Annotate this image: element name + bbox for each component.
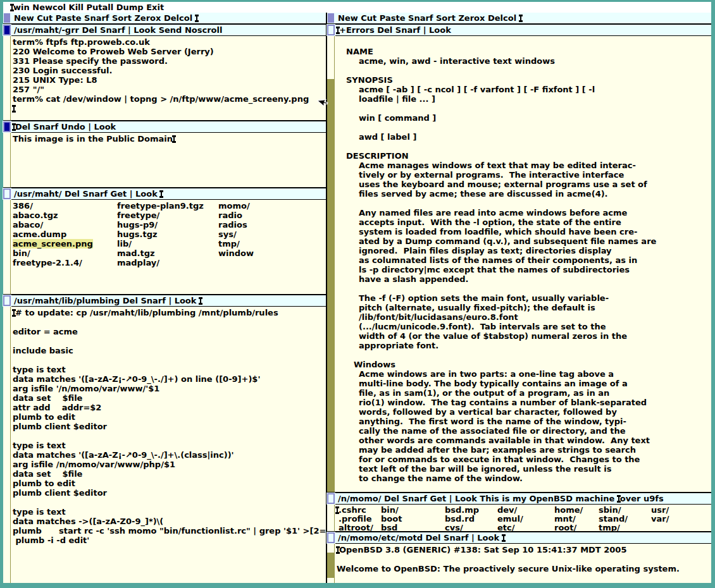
file-entry[interactable]: window <box>218 248 254 258</box>
text-line[interactable] <box>13 104 326 113</box>
text-line[interactable]: 230 Login successful. <box>13 66 326 75</box>
file-entry[interactable]: abaco/ <box>13 220 43 230</box>
file-entry[interactable]: tmp/ <box>218 239 240 248</box>
text-line[interactable] <box>337 350 711 360</box>
file-entry[interactable]: freetype-2.1.4/ <box>13 258 82 267</box>
file-entry[interactable]: freetype/ <box>117 211 159 220</box>
text-line[interactable]: editor = acme <box>13 327 326 336</box>
file-entry[interactable]: mnt/ <box>554 515 576 524</box>
window-scratch-tag[interactable]: Del Snarf Undo | Look <box>3 121 326 133</box>
file-entry[interactable]: stand/ <box>599 515 628 524</box>
text-line[interactable]: NAME <box>337 47 711 56</box>
text-line[interactable]: plumb to edit <box>13 479 326 488</box>
text-line[interactable]: plumb -i -d edit' <box>13 536 326 545</box>
window-momo-tag-note[interactable]: over u9fs <box>620 494 664 503</box>
text-line[interactable]: /lib/font/bit/lucidasans/euro.8.font <box>337 312 711 322</box>
text-line[interactable]: 257 "/" <box>13 85 326 94</box>
file-entry[interactable]: madplay/ <box>117 258 159 267</box>
file-entry[interactable]: 386/ <box>13 201 33 211</box>
text-line[interactable]: acme [ -ab ] [ -c ncol ] [ -f varfont ] … <box>337 85 711 94</box>
file-entry[interactable]: .cshrc <box>339 506 366 515</box>
column-header-commands[interactable]: New Cut Paste Snarf Sort Zerox Delcol <box>11 13 196 23</box>
text-line[interactable]: width of 4 (or the value of $tabstop) nu… <box>337 331 711 341</box>
text-line[interactable] <box>337 123 711 132</box>
file-entry[interactable]: acme.dump <box>13 230 66 239</box>
text-line[interactable]: 215 UNIX Type: L8 <box>13 75 326 85</box>
file-entry[interactable]: lib/ <box>117 239 132 248</box>
text-line[interactable]: ignored. Plain files display as text; di… <box>337 246 711 255</box>
text-line[interactable]: file, as in sam(1), or the output of a p… <box>337 388 711 398</box>
text-line[interactable]: to change the name of the window. <box>337 474 711 483</box>
text-line[interactable]: type is text <box>13 507 326 517</box>
file-entry[interactable]: altroot/ <box>339 524 373 531</box>
text-line[interactable]: include basic <box>13 346 326 355</box>
window-motd-tag[interactable]: /n/momo/etc/motd Del Snarf | Look <box>327 532 711 544</box>
text-line[interactable]: arg isfile '/n/momo/var/www/'$1 <box>13 384 326 393</box>
text-line[interactable]: type is text <box>13 441 326 450</box>
file-entry[interactable]: sbin/ <box>599 506 621 515</box>
text-line[interactable]: plumb client $editor <box>13 422 326 431</box>
column-right-header[interactable]: New Cut Paste Snarf Sort Zerox Delcol <box>327 13 711 23</box>
text-line[interactable]: attr add addr=$2 <box>13 403 326 412</box>
file-entry[interactable]: dev/ <box>497 506 517 515</box>
file-entry[interactable]: radio <box>218 211 242 220</box>
text-line[interactable] <box>13 336 326 346</box>
text-line[interactable]: other words are commands available in th… <box>337 436 711 445</box>
text-line[interactable]: files served by acme; these are discusse… <box>337 189 711 199</box>
column-box-icon[interactable] <box>327 13 335 23</box>
text-line[interactable]: 220 Welcome to Proweb Web Server (Jerry) <box>13 47 326 56</box>
text-line[interactable]: (.../lucm/unicode.9.font). Tab intervals… <box>337 322 711 331</box>
file-entry[interactable]: cvs/ <box>445 524 463 531</box>
file-entry[interactable]: hugs-p9/ <box>117 220 158 230</box>
text-line[interactable]: ls -p directory|mc except that the names… <box>337 265 711 274</box>
file-entry[interactable]: var/ <box>651 515 669 524</box>
text-line[interactable]: SYNOPSIS <box>337 75 711 85</box>
clean-box-icon[interactable] <box>3 295 11 306</box>
scrollbar[interactable] <box>3 133 11 187</box>
dirty-box-icon[interactable] <box>3 25 11 35</box>
window-terminal-tag[interactable]: /usr/maht/-grr Del Snarf | Look Send Nos… <box>3 25 326 36</box>
window-errors-tag[interactable]: +Errors Del Snarf | Look <box>327 25 711 36</box>
file-entry[interactable]: hugs.tgz <box>117 230 158 239</box>
text-line[interactable]: type is text <box>13 365 326 374</box>
text-line[interactable]: This image is in the Public Domain <box>13 134 326 144</box>
file-entry[interactable]: bsd.rd <box>445 515 475 524</box>
text-line[interactable]: may be added after the bar; examples are… <box>337 445 711 455</box>
file-entry[interactable]: sys/ <box>218 230 237 239</box>
text-line[interactable]: data matches '([a-zA-Z¡-↗0-9_\-./]+) on … <box>13 374 326 384</box>
text-line[interactable] <box>337 199 711 208</box>
text-line[interactable]: The -f (-F) option sets the main font, u… <box>337 293 711 303</box>
text-line[interactable]: # to update: cp /usr/maht/lib/plumbing /… <box>13 308 326 317</box>
file-entry[interactable]: bin/ <box>13 248 30 258</box>
clean-box-icon[interactable] <box>327 493 335 504</box>
file-entry[interactable]: emul/ <box>497 515 523 524</box>
clean-box-icon[interactable] <box>3 188 11 199</box>
column-left-header[interactable]: New Cut Paste Snarf Sort Zerox Delcol <box>3 13 326 23</box>
text-line[interactable]: rio(1) window. The tag contains a number… <box>337 398 711 407</box>
file-entry[interactable]: momo/ <box>218 201 250 211</box>
text-line[interactable]: DESCRIPTION <box>337 151 711 161</box>
file-entry[interactable]: acme_screen.png <box>13 239 93 248</box>
scrollbar[interactable] <box>3 200 11 294</box>
file-entry[interactable]: bsd.mp <box>445 506 479 515</box>
text-line[interactable]: words, followed by a vertical bar charac… <box>337 407 711 417</box>
text-line[interactable]: tively or by external programs. The inte… <box>337 170 711 180</box>
file-entry[interactable]: freetype-plan9.tgz <box>117 201 204 211</box>
text-line[interactable]: term% ftpfs ftp.proweb.co.uk <box>13 37 326 47</box>
text-line[interactable] <box>337 284 711 293</box>
file-entry[interactable]: tmp/ <box>599 524 620 531</box>
text-line[interactable] <box>13 355 326 365</box>
text-line[interactable]: plumb to edit <box>13 412 326 422</box>
text-line[interactable]: plumb start rc -c 'ssh momo "bin/functio… <box>13 526 326 536</box>
scrollbar[interactable] <box>327 505 335 531</box>
text-line[interactable]: as columnated lists of the names of thei… <box>337 255 711 265</box>
column-header-commands[interactable]: New Cut Paste Snarf Sort Zerox Delcol <box>335 13 519 23</box>
text-line[interactable]: accepts input. With the -l option, the s… <box>337 217 711 227</box>
text-line[interactable]: awd [ label ] <box>337 132 711 142</box>
file-entry[interactable]: abaco.tgz <box>13 211 58 220</box>
text-line[interactable]: term% cat /dev/window | topng > /n/ftp/w… <box>13 94 326 104</box>
file-entry[interactable]: boot <box>381 515 402 524</box>
window-momo-tag-text[interactable]: /n/momo/ Del Snarf Get | Look This is my… <box>338 494 618 503</box>
text-line[interactable]: data set $file <box>13 393 326 403</box>
file-entry[interactable]: etc/ <box>497 524 515 531</box>
